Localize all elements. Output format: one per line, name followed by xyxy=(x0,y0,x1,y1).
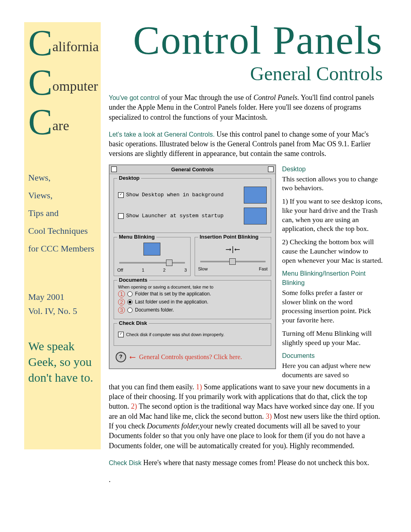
issue-date: May 2001 Vol. IV, No. 5 xyxy=(28,290,97,318)
insertion-cursor-icon: ⟶|⟵ xyxy=(198,245,268,254)
tagline-l4: Cool Techniques xyxy=(28,222,97,240)
window-titlebar: General Controls xyxy=(110,165,275,174)
checkdisk-fieldset: Check Disk ✓ Check disk if computer was … xyxy=(114,323,271,346)
blink-p1: Some folks prefer a faster or slower bli… xyxy=(282,288,383,325)
documents-continuation: that you can find them easily. 1) Some a… xyxy=(109,382,383,451)
help-row: ? ⟵ General Controls questions? Click he… xyxy=(114,350,271,364)
menu-blinking-fieldset: Menu Blinking Off 1 2 3 xyxy=(114,237,191,276)
radio-last-folder[interactable] xyxy=(127,299,133,305)
logo-w3: are xyxy=(52,118,69,133)
logo-c1: C xyxy=(28,30,52,56)
tagline-l5: for CCC Members xyxy=(28,240,97,258)
headline: Control Panels xyxy=(109,22,383,58)
sidebar: California Computer Care News, Views, Ti… xyxy=(24,22,101,449)
slider2-slow: Slow xyxy=(198,266,208,271)
radio-app-folder-label: Folder that is set by the application. xyxy=(135,291,211,297)
checkdisk-label: Check disk if computer was shut down imp… xyxy=(126,332,224,337)
show-desktop-label: Show Desktop when in background xyxy=(126,192,224,198)
slider1-off: Off xyxy=(117,268,123,272)
docs-head: Documents xyxy=(282,352,315,359)
documents-intro: When opening or saving a document, take … xyxy=(118,285,267,289)
launcher-preview-icon xyxy=(244,208,267,224)
help-icon[interactable]: ? xyxy=(116,352,126,362)
checkdisk-checkbox[interactable]: ✓ xyxy=(118,332,124,337)
trailing-dot: . xyxy=(109,475,383,484)
window-title: General Controls xyxy=(171,166,214,172)
insertion-blinking-fieldset: Insertion Point Blinking ⟶|⟵ Slow Fast xyxy=(195,237,272,276)
slider2-fast: Fast xyxy=(259,266,268,271)
desktop-preview-icon xyxy=(244,187,267,204)
below-p1: that you can find them easily. xyxy=(109,383,196,391)
tagline-l3: Tips and xyxy=(28,204,97,222)
checkdisk-head: Check Disk xyxy=(109,459,141,466)
slider1-2: 2 xyxy=(163,268,166,272)
intro2-lead: Let's take a look at General Controls. xyxy=(109,131,215,138)
subheadline: General Controls xyxy=(109,62,383,85)
insertion-blink-slider[interactable] xyxy=(198,258,268,266)
intro-paragraph-2: Let's take a look at General Controls. U… xyxy=(109,129,383,159)
documents-fieldset-label: Documents xyxy=(117,277,149,283)
show-desktop-checkbox[interactable]: ✓ xyxy=(118,192,124,198)
main-content: Control Panels General Controls You've g… xyxy=(109,22,383,490)
desktop-p3: 2) Checking the bottom box will cause th… xyxy=(282,237,383,265)
callout-1: 1 xyxy=(118,291,125,297)
tagline: News, Views, Tips and Cool Techniques fo… xyxy=(28,169,97,258)
slider1-3: 3 xyxy=(184,268,187,272)
radio-last-folder-label: Last folder used in the application. xyxy=(135,299,208,305)
inline-2: 2) xyxy=(131,402,137,410)
docs-p1: Here you can adjust where new documents … xyxy=(282,361,383,380)
logo-c2: C xyxy=(28,70,52,95)
desktop-p1: This section allows you to change two be… xyxy=(282,175,383,193)
logo-w1: alifornia xyxy=(52,39,99,54)
logo-w2: omputer xyxy=(52,79,98,94)
close-icon[interactable] xyxy=(111,166,117,172)
explanation-column: Desktop This section allows you to chang… xyxy=(282,164,383,380)
tagline-l1: News, xyxy=(28,169,97,187)
desktop-fieldset-label: Desktop xyxy=(117,175,141,181)
date-l1: May 2001 xyxy=(28,290,97,304)
checkdisk-text: Here's where that nasty message comes fr… xyxy=(141,459,369,467)
callout-2: 2 xyxy=(118,299,125,305)
zoom-icon[interactable] xyxy=(268,166,274,172)
logo: California Computer Care xyxy=(28,30,97,137)
desktop-head: Desktop xyxy=(282,166,306,172)
intro1-lead: You've got control xyxy=(109,94,160,101)
arrow-icon: ⟵ xyxy=(130,352,135,362)
show-launcher-checkbox[interactable] xyxy=(118,213,124,219)
tagline-l2: Views, xyxy=(28,187,97,204)
radio-documents-folder[interactable] xyxy=(127,308,133,313)
motto: We speak Geek, so you don't have to. xyxy=(28,338,97,385)
below-italic: Documents folder, xyxy=(147,422,199,430)
logo-c3: C xyxy=(28,109,52,135)
radio-documents-folder-label: Documents folder. xyxy=(135,307,174,313)
blink-p2: Turning off Menu Blinking will slightly … xyxy=(282,329,383,347)
inline-3: 3) xyxy=(266,412,272,420)
intro1-rest: of your Mac through the use of xyxy=(160,94,253,102)
documents-fieldset: Documents When opening or saving a docum… xyxy=(114,280,271,319)
inline-1: 1) xyxy=(196,383,202,391)
radio-app-folder[interactable] xyxy=(127,291,133,297)
help-link[interactable]: General Controls questions? Click here. xyxy=(139,353,242,361)
date-l2: Vol. IV, No. 5 xyxy=(28,304,97,318)
menu-blink-icon xyxy=(143,243,160,256)
desktop-fieldset: Desktop ✓ Show Desktop when in backgroun… xyxy=(114,178,271,233)
checkdisk-paragraph: Check Disk Here's where that nasty messa… xyxy=(109,458,383,468)
slider1-1: 1 xyxy=(142,268,144,272)
intro-paragraph-1: You've got control of your Mac through t… xyxy=(109,93,383,122)
menu-blink-slider[interactable] xyxy=(117,259,187,267)
blink-head: Menu Blinking/Insertion Point Blinking xyxy=(282,270,365,286)
show-launcher-label: Show Launcher at system startup xyxy=(126,213,224,219)
desktop-p2: 1) If you want to see desktop icons, lik… xyxy=(282,197,383,233)
control-panel-screenshot: General Controls Desktop ✓ Show Desktop … xyxy=(109,164,276,380)
intro1-italic: Control Panels. xyxy=(253,94,299,102)
insertion-blinking-label: Insertion Point Blinking xyxy=(198,234,260,240)
callout-3: 3 xyxy=(118,307,125,314)
checkdisk-fieldset-label: Check Disk xyxy=(117,320,149,326)
menu-blinking-label: Menu Blinking xyxy=(117,234,156,240)
